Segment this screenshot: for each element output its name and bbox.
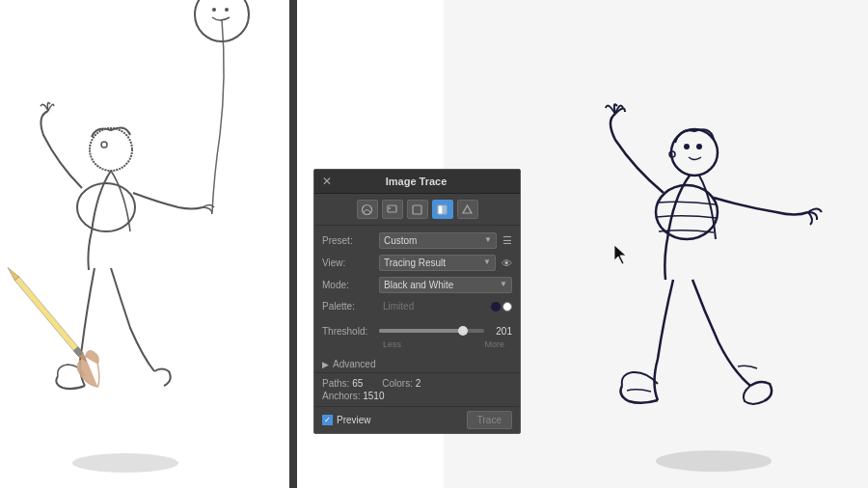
black-white-icon-btn[interactable] [432,200,453,219]
image-trace-panel: ✕ Image Trace Preset: Custom ▼ [313,169,521,434]
mode-select-wrapper: Black and White ▼ [379,277,512,293]
svg-marker-8 [6,265,19,280]
palette-dot-light [502,302,512,312]
svg-point-3 [225,8,229,12]
high-color-icon-btn[interactable] [382,200,403,219]
threshold-slider-track[interactable] [379,329,484,333]
auto-color-icon-btn[interactable] [357,200,378,219]
svg-rect-7 [14,277,81,354]
paths-value: 65 [352,378,363,389]
threshold-value: 201 [488,326,512,337]
stats-section: Paths: 65 Colors: 2 Anchors: 1510 [314,372,520,406]
low-color-icon-btn[interactable] [407,200,428,219]
preset-list-icon[interactable]: ☰ [502,234,512,247]
preset-arrow: ▼ [484,235,492,244]
mode-arrow: ▼ [500,280,507,288]
preset-select[interactable]: Custom ▼ [379,232,497,249]
view-arrow: ▼ [483,258,491,266]
palette-dots [491,302,512,312]
panel-close-button[interactable]: ✕ [322,175,332,188]
svg-rect-24 [438,205,443,214]
outline-icon-btn[interactable] [457,200,478,219]
svg-rect-25 [443,205,448,214]
threshold-label-row: Threshold: 201 [322,324,512,338]
svg-point-2 [212,8,216,12]
svg-point-4 [90,128,132,171]
sketch-drawing-left [0,0,289,488]
svg-point-16 [684,144,690,149]
svg-point-0 [72,453,178,473]
colors-value: 2 [416,378,421,389]
vertical-divider [289,0,297,488]
advanced-label: Advanced [333,359,375,369]
view-select-wrapper: Tracing Result ▼ [379,255,496,271]
mode-row: Mode: Black and White ▼ [314,274,520,296]
preview-checkbox-row: ✓ Preview [322,415,459,425]
checkbox-check-icon: ✓ [324,416,331,424]
palette-value: Limited [379,299,487,313]
preset-label: Preset: [322,235,375,246]
palette-row: Palette: Limited [314,296,520,316]
svg-point-5 [101,142,107,148]
threshold-thumb[interactable] [458,326,468,336]
threshold-more-label: More [484,339,504,349]
mode-label: Mode: [322,280,375,290]
paths-stat: Paths: 65 [322,378,363,389]
svg-rect-23 [413,205,421,214]
palette-dot-dark [491,302,501,312]
panel-header: ✕ Image Trace [314,170,520,194]
preset-select-wrapper: Custom ▼ [379,232,497,249]
palette-label: Palette: [322,301,375,312]
svg-marker-27 [463,205,472,213]
threshold-section: Threshold: 201 Less More [314,320,520,356]
mode-select[interactable]: Black and White ▼ [379,277,512,293]
colors-label: Colors: [382,378,413,389]
view-label: View: [322,258,375,268]
anchors-label: Anchors: [322,391,360,401]
threshold-hints: Less More [322,339,512,349]
svg-point-22 [389,207,391,209]
view-select[interactable]: Tracing Result ▼ [379,255,496,271]
trace-button[interactable]: Trace [467,411,512,429]
panel-preset-icons [314,194,520,226]
preview-checkbox[interactable]: ✓ [322,415,333,425]
bottom-row: ✓ Preview Trace [314,406,520,433]
view-eye-icon[interactable]: 👁 [502,258,512,269]
threshold-label: Threshold: [322,326,375,337]
colors-stat: Colors: 2 [382,378,420,389]
svg-point-11 [656,450,772,472]
paths-label: Paths: [322,378,349,389]
threshold-slider-container [379,324,484,338]
anchors-stat: Anchors: 1510 [322,391,385,401]
preview-label: Preview [337,415,371,425]
advanced-row[interactable]: ▶ Advanced [314,356,520,372]
view-row: View: Tracing Result ▼ 👁 [314,252,520,274]
advanced-expand-icon: ▶ [322,360,329,369]
threshold-less-label: Less [383,339,401,349]
panel-rows: Preset: Custom ▼ ☰ View: Tracing Result … [314,226,520,320]
preset-row: Preset: Custom ▼ ☰ [314,230,520,252]
anchors-value: 1510 [363,391,384,401]
svg-point-17 [696,144,702,149]
threshold-fill [379,329,463,333]
panel-title: Image Trace [386,176,448,187]
